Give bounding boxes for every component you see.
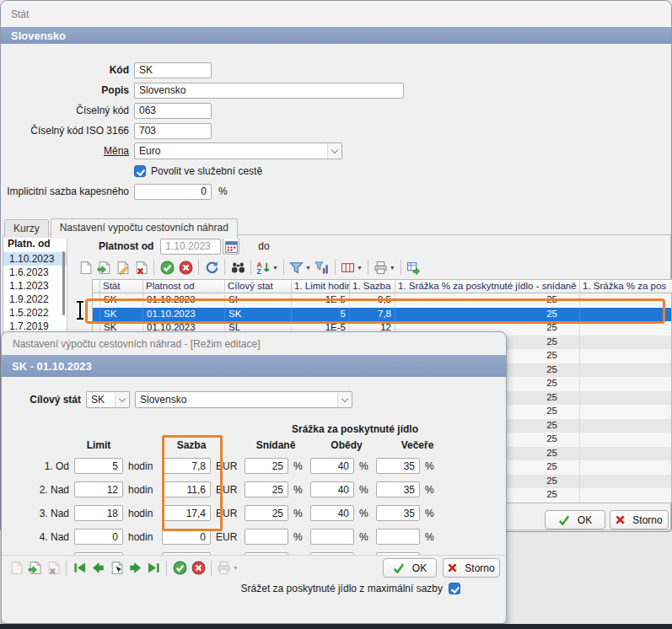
cilovy-stat-name-combobox[interactable]: Slovensko (135, 391, 352, 408)
nav-next-icon[interactable] (126, 559, 144, 578)
refresh-icon[interactable] (202, 258, 221, 277)
iso-kod-input[interactable]: 703 (134, 123, 212, 139)
chevron-down-icon[interactable] (337, 392, 352, 407)
mena-label[interactable]: Měna (6, 145, 134, 157)
filter-chart-icon[interactable] (313, 258, 331, 277)
popis-input[interactable]: Slovensko (134, 83, 404, 99)
obedy-input-2[interactable]: 40 (310, 481, 354, 497)
sazba-input-3[interactable]: 17,4 (162, 505, 211, 521)
export-icon[interactable] (405, 258, 423, 277)
nav-last-icon[interactable] (144, 559, 163, 578)
validity-date-item[interactable]: 1.9.2022 (3, 293, 67, 306)
rate-row-label: 2. Nad (8, 484, 69, 496)
chevron-down-icon[interactable] (327, 143, 341, 159)
mena-combobox[interactable]: Euro (134, 142, 342, 159)
table-row[interactable]: SK01.10.2023SK57,825 (93, 308, 671, 322)
column-header[interactable]: Platnost od (143, 280, 225, 293)
percent-unit-label: % (354, 531, 371, 543)
table-cell: 7,8 (350, 308, 395, 322)
columns-icon[interactable]: ▼ (339, 258, 364, 277)
sazba-column-header: Sazba (167, 439, 216, 451)
validity-date-item[interactable]: 1.10.2023 (3, 252, 67, 266)
select-list-icon[interactable] (107, 559, 126, 578)
kapesne-percent-suffix: % (218, 185, 228, 197)
delete-icon[interactable] (132, 258, 150, 277)
kod-input[interactable]: SK (134, 62, 212, 78)
validity-date-item[interactable]: 1.1.2023 (3, 279, 67, 293)
nav-first-icon[interactable] (70, 559, 89, 578)
left-panel-scrollbar[interactable] (62, 251, 65, 315)
table-cell: SK (225, 308, 292, 322)
edit-icon[interactable] (113, 258, 132, 277)
cancel-icon[interactable] (176, 258, 195, 277)
import-icon[interactable] (94, 258, 113, 277)
column-header[interactable] (93, 280, 100, 293)
snidane-input-1[interactable]: 25 (245, 458, 288, 474)
chevron-down-icon[interactable] (115, 392, 129, 407)
new-document-icon (7, 559, 25, 578)
vecere-input-3[interactable]: 35 (376, 505, 420, 521)
limit-input-2[interactable]: 12 (74, 481, 123, 497)
sazba-input-2[interactable]: 11,6 (162, 481, 211, 497)
column-header[interactable]: 1. Srážka % za pos (580, 280, 672, 293)
tab-nastaveni-nahrad[interactable]: Nastavení vypočtu cestovních náhrad (51, 218, 238, 239)
limit-input-4[interactable]: 0 (74, 529, 123, 545)
dialog-titlebar: Nastavení výpočtu cestovních náhrad - [R… (2, 332, 506, 355)
table-cell (580, 349, 672, 363)
do-label: do (258, 240, 269, 252)
snidane-input-4[interactable] (245, 529, 288, 545)
eur-unit-label: EUR (211, 508, 239, 519)
validity-date-item[interactable]: 1.5.2022 (3, 306, 67, 320)
dialog-ok-button[interactable]: OK (383, 558, 437, 578)
cancel-icon[interactable] (189, 559, 207, 578)
limit-input-3[interactable]: 18 (74, 505, 123, 521)
dropdown-caret-icon[interactable]: ▼ (272, 265, 278, 271)
dropdown-caret-icon[interactable]: ▼ (233, 565, 239, 571)
povolit-checkbox[interactable] (134, 165, 146, 177)
sazba-input-4[interactable]: 0 (162, 529, 211, 545)
max-sazba-checkbox[interactable] (449, 583, 460, 594)
column-header[interactable]: Cílový stat (225, 280, 292, 293)
ciselny-kod-label: Číselný kód (6, 105, 134, 116)
dropdown-caret-icon[interactable]: ▼ (390, 265, 395, 271)
dropdown-caret-icon[interactable]: ▼ (357, 265, 363, 271)
kapesne-input[interactable]: 0 (134, 184, 212, 200)
sazba-input-1[interactable]: 7,8 (162, 458, 211, 474)
calendar-icon[interactable] (223, 238, 239, 255)
search-icon[interactable] (228, 258, 247, 277)
dropdown-caret-icon[interactable]: ▼ (305, 265, 311, 271)
snidane-input-3[interactable]: 25 (245, 505, 288, 521)
snidane-input-2[interactable]: 25 (245, 481, 288, 497)
tab-kurzy[interactable]: Kurzy (4, 219, 49, 238)
filter-icon[interactable]: ▼ (288, 258, 313, 277)
vecere-input-4[interactable] (376, 529, 420, 545)
confirm-icon[interactable] (158, 258, 176, 277)
cilovy-stat-code-combobox[interactable]: SK (86, 391, 130, 408)
ciselny-kod-input[interactable]: 063 (134, 103, 212, 119)
obedy-input-3[interactable]: 40 (310, 505, 354, 521)
obedy-input-1[interactable]: 40 (310, 458, 354, 474)
storno-button[interactable]: Storno (610, 510, 669, 530)
nav-prev-icon[interactable] (89, 559, 107, 578)
confirm-icon[interactable] (170, 559, 189, 578)
new-document-icon[interactable] (76, 258, 94, 277)
table-cell: SK (100, 293, 143, 308)
column-header[interactable]: Stát (100, 280, 143, 293)
obedy-input-4[interactable] (310, 529, 354, 545)
table-cell (580, 405, 672, 419)
column-header[interactable]: 1. Limit hodin (292, 280, 350, 293)
import-icon[interactable] (25, 559, 44, 578)
platnost-od-input[interactable]: 1.10.2023 (160, 239, 221, 255)
ok-button[interactable]: OK (545, 510, 605, 530)
print-icon: ▼ (215, 559, 240, 578)
sort-az-icon[interactable]: AZ▼ (255, 258, 280, 277)
validity-date-item[interactable]: 1.6.2023 (3, 266, 67, 279)
table-row[interactable]: SK01.10.2023SI1E-59,525 (93, 293, 671, 308)
column-header[interactable]: 1. Srážka % za poskytnuté jídlo - snídan… (395, 280, 580, 293)
column-header[interactable]: 1. Sazba (350, 280, 395, 293)
dialog-storno-button[interactable]: Storno (443, 558, 500, 578)
vecere-input-1[interactable]: 35 (376, 458, 420, 474)
print-icon[interactable]: ▼ (372, 258, 397, 277)
vecere-input-2[interactable]: 35 (376, 481, 420, 497)
limit-input-1[interactable]: 5 (74, 458, 123, 474)
